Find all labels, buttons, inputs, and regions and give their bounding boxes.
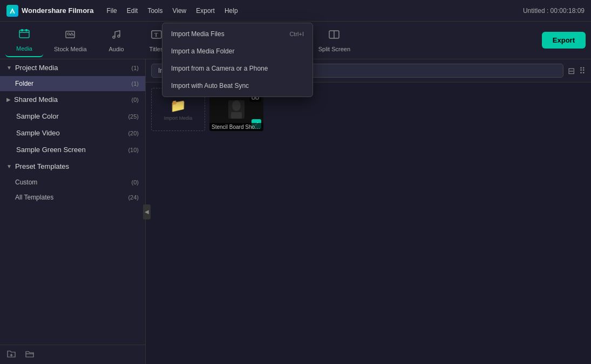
new-folder-icon[interactable] <box>6 349 16 361</box>
svg-rect-2 <box>19 30 29 38</box>
sidebar-section-left-sc: Sample Color <box>6 112 59 120</box>
stock-media-icon <box>64 29 76 43</box>
menu-edit[interactable]: Edit <box>127 7 138 15</box>
import-dropdown-menu: Import Media Files Ctrl+I Import a Media… <box>162 23 313 97</box>
sidebar-section-project-media[interactable]: ▼ Project Media (1) <box>0 59 145 76</box>
sample-video-count: (20) <box>128 130 139 136</box>
app-logo: Wondershare Filmora <box>6 5 93 17</box>
media-grid: 📁 Import Media <box>146 83 591 364</box>
project-media-count: (1) <box>132 65 139 71</box>
sidebar-section-left-sm: ▶ Shared Media <box>6 95 58 104</box>
split-screen-icon <box>328 29 340 43</box>
open-folder-icon[interactable] <box>25 349 35 361</box>
tab-stock-media[interactable]: Stock Media <box>45 24 96 57</box>
dropdown-item-import-beat-sync[interactable]: Import with Auto Beat Sync <box>162 77 313 94</box>
sample-video-label: Sample Video <box>16 129 60 137</box>
expand-arrow-shared-media: ▶ <box>6 97 11 102</box>
all-templates-count: (24) <box>128 194 139 201</box>
svg-point-21 <box>232 100 241 111</box>
app-name: Wondershare Filmora <box>22 6 93 15</box>
content-area: Import ▾ Record ▾ 🔍 ⊟ ⠿ Import Media Fil… <box>146 59 591 364</box>
sidebar-section-preset-templates[interactable]: ▼ Preset Templates <box>0 158 145 175</box>
dropdown-item-import-folder[interactable]: Import a Media Folder <box>162 43 313 60</box>
sample-color-count: (25) <box>128 113 139 120</box>
import-big-icon: 📁 <box>170 98 186 113</box>
tab-stock-label: Stock Media <box>54 46 87 52</box>
sidebar-section-left: ▼ Project Media <box>6 64 58 72</box>
menu-bar: File Edit Tools View Export Help <box>106 7 237 15</box>
sidebar-collapse-handle[interactable]: ◀ <box>143 204 151 219</box>
import-beat-sync-label: Import with Auto Beat Sync <box>171 82 249 90</box>
tab-split-screen-label: Split Screen <box>318 46 350 52</box>
svg-text:T: T <box>154 32 158 38</box>
export-button[interactable]: Export <box>542 32 586 49</box>
sidebar-item-folder[interactable]: Folder (1) <box>0 76 145 91</box>
tab-media[interactable]: Media <box>5 24 43 57</box>
tab-media-label: Media <box>16 45 32 52</box>
filter-icon[interactable]: ⊟ <box>568 66 575 76</box>
media-icon <box>18 28 30 43</box>
tab-split-screen[interactable]: Split Screen <box>310 24 359 57</box>
import-files-shortcut: Ctrl+I <box>289 31 304 37</box>
sidebar-bottom <box>0 345 145 364</box>
stencil-label: Stencil Board Show A -N... <box>209 123 263 131</box>
top-bar-left: Wondershare Filmora File Edit Tools View… <box>6 5 238 17</box>
sidebar-content: ▼ Project Media (1) Folder (1) ▶ Shared … <box>0 59 145 364</box>
sidebar-section-sample-video[interactable]: Sample Video (20) <box>0 125 145 141</box>
preset-templates-label: Preset Templates <box>15 162 69 170</box>
sample-color-label: Sample Color <box>16 112 59 120</box>
toolbar-icons: ⊟ ⠿ <box>568 66 586 76</box>
menu-tools[interactable]: Tools <box>147 7 162 15</box>
sidebar-item-custom[interactable]: Custom (0) <box>0 175 145 190</box>
expand-arrow-project-media: ▼ <box>6 65 12 71</box>
tab-audio[interactable]: Audio <box>98 24 135 57</box>
menu-export[interactable]: Export <box>196 7 215 15</box>
sidebar-section-left-sgs: Sample Green Screen <box>6 146 86 154</box>
folder-label: Folder <box>15 80 33 87</box>
sidebar-section-shared-media[interactable]: ▶ Shared Media (0) <box>0 91 145 108</box>
dropdown-item-import-camera[interactable]: Import from a Camera or a Phone <box>162 60 313 77</box>
shared-media-label: Shared Media <box>14 95 58 104</box>
import-camera-label: Import from a Camera or a Phone <box>171 65 268 72</box>
menu-file[interactable]: File <box>106 7 117 15</box>
import-files-label: Import Media Files <box>171 30 225 38</box>
tab-audio-label: Audio <box>108 46 124 52</box>
expand-arrow-preset-templates: ▼ <box>6 163 12 169</box>
titles-icon: T <box>151 29 162 43</box>
custom-count: (0) <box>132 179 139 186</box>
tab-titles-label: Titles <box>150 46 164 52</box>
sidebar-section-left-sv: Sample Video <box>6 129 60 137</box>
sidebar: ▼ Project Media (1) Folder (1) ▶ Shared … <box>0 59 146 364</box>
import-media-label: Import Media <box>164 115 193 121</box>
svg-point-8 <box>118 35 120 37</box>
shared-media-count: (0) <box>132 97 139 103</box>
project-media-label: Project Media <box>15 64 58 72</box>
menu-help[interactable]: Help <box>225 7 238 15</box>
top-bar: Wondershare Filmora File Edit Tools View… <box>0 0 591 22</box>
main-area: ▼ Project Media (1) Folder (1) ▶ Shared … <box>0 59 591 364</box>
import-folder-label: Import a Media Folder <box>171 47 234 55</box>
dropdown-item-import-files[interactable]: Import Media Files Ctrl+I <box>162 25 313 43</box>
svg-rect-3 <box>21 29 23 31</box>
menu-view[interactable]: View <box>172 7 186 15</box>
export-area: Export <box>542 32 586 49</box>
sidebar-section-left-pt: ▼ Preset Templates <box>6 162 69 170</box>
import-placeholder: 📁 Import Media <box>164 98 193 121</box>
svg-point-6 <box>67 33 70 35</box>
sidebar-section-sample-green-screen[interactable]: Sample Green Screen (10) <box>0 141 145 158</box>
custom-label: Custom <box>15 178 37 186</box>
grid-view-icon[interactable]: ⠿ <box>579 66 586 76</box>
svg-rect-4 <box>25 29 28 31</box>
app-logo-icon <box>6 5 18 17</box>
audio-icon <box>111 29 123 43</box>
project-title: Untitled : 00:00:18:09 <box>523 7 585 15</box>
sample-green-screen-label: Sample Green Screen <box>16 146 86 154</box>
all-templates-label: All Templates <box>15 194 53 201</box>
sidebar-item-all-templates[interactable]: All Templates (24) <box>0 190 145 205</box>
sidebar-section-sample-color[interactable]: Sample Color (25) <box>0 108 145 125</box>
svg-rect-22 <box>231 112 242 119</box>
folder-count: (1) <box>132 80 139 87</box>
sample-green-screen-count: (10) <box>128 147 139 153</box>
svg-point-7 <box>113 36 115 38</box>
